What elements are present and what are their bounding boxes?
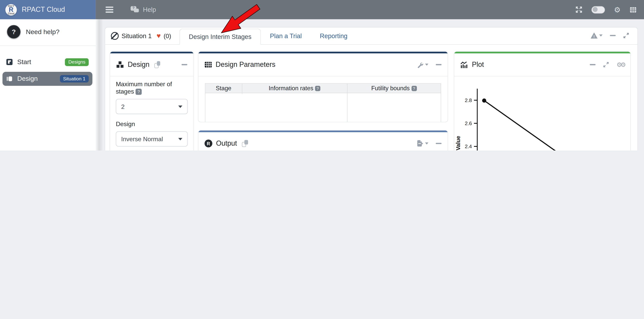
max-stages-select[interactable]: 2 xyxy=(116,99,188,114)
situation-card: Situation 1 (0) Design Interim Stages Pl… xyxy=(105,27,638,150)
cubes-icon xyxy=(116,61,124,68)
max-stages-label: Maximum number of stages xyxy=(116,80,188,95)
situation-title: Situation 1 xyxy=(122,32,152,39)
collapse-panel-button[interactable] xyxy=(436,143,442,144)
sidebar: Need help? Start Designs Design Situatio… xyxy=(0,19,96,150)
fullscreen-icon[interactable] xyxy=(576,6,582,13)
svg-text:2.8: 2.8 xyxy=(465,97,472,103)
tab-label: Plan a Trial xyxy=(270,32,302,39)
table-row: 1 0.500 -6.000 xyxy=(205,93,441,122)
situation-badge: Situation 1 xyxy=(60,75,89,82)
tab-label: Reporting xyxy=(320,32,347,39)
help-badge-icon[interactable] xyxy=(411,86,417,91)
expand-panel-icon[interactable] xyxy=(603,62,609,68)
logo-bottom-text: Cloud xyxy=(6,12,17,15)
expand-card-icon[interactable] xyxy=(623,32,629,38)
col-header-futility-bounds: Futility bounds xyxy=(347,83,441,93)
main-content: Situation 1 (0) Design Interim Stages Pl… xyxy=(104,19,644,150)
start-icon xyxy=(6,59,13,65)
futility-bound-cell[interactable]: -6.000 xyxy=(347,93,441,122)
panel-title: Design Parameters xyxy=(216,61,276,69)
chart-icon xyxy=(460,61,468,68)
sidebar-item-label: Start xyxy=(17,58,31,66)
help-bubbles-icon xyxy=(130,6,140,13)
settings-gear-icon[interactable]: ⚙ xyxy=(614,6,620,13)
svg-text:2.6: 2.6 xyxy=(465,120,472,126)
panel-title: Design xyxy=(128,61,150,69)
rpact-logo-icon: PACT R Cloud xyxy=(6,4,17,15)
tab-reporting[interactable]: Reporting xyxy=(311,27,356,44)
collapse-panel-button[interactable] xyxy=(590,64,596,65)
tab-label: Design Interim Stages xyxy=(189,33,251,40)
need-help-label: Need help? xyxy=(26,28,60,35)
dark-mode-toggle[interactable] xyxy=(591,6,605,13)
output-panel: R Output xyxy=(198,130,448,150)
table-icon xyxy=(204,62,212,68)
collapse-panel-button[interactable] xyxy=(182,64,188,65)
plot-panel: Plot ⚙⚙ 1.82.02.22.42.62.850100Samp xyxy=(454,51,631,150)
heart-icon[interactable] xyxy=(156,32,161,39)
grid-apps-icon[interactable] xyxy=(630,6,637,13)
sidebar-item-design[interactable]: Design Situation 1 xyxy=(2,72,92,86)
help-label: Help xyxy=(143,6,156,13)
help-menu[interactable]: Help xyxy=(130,6,156,13)
tools-dropdown[interactable] xyxy=(417,61,428,68)
app-title: RPACT Cloud xyxy=(22,5,65,14)
chevron-down-icon xyxy=(178,138,182,140)
card-actions xyxy=(590,32,629,38)
svg-text:2.4: 2.4 xyxy=(465,144,472,149)
panel-title: Plot xyxy=(472,61,484,69)
design-icon xyxy=(6,75,13,82)
sidebar-item-label: Design xyxy=(17,75,38,82)
export-dropdown[interactable] xyxy=(417,140,428,147)
col-header-information-rates: Information rates xyxy=(242,83,347,93)
collapse-card-button[interactable] xyxy=(610,35,616,36)
sidebar-toggle-icon[interactable] xyxy=(106,6,113,13)
sidebar-header: PACT R Cloud RPACT Cloud xyxy=(0,0,96,19)
no-entry-icon xyxy=(111,32,118,40)
svg-text:Critical Value: Critical Value xyxy=(455,136,461,150)
collapse-panel-button[interactable] xyxy=(436,64,442,65)
design-select[interactable]: Inverse Normal xyxy=(116,131,188,146)
top-navbar: Help ⚙ xyxy=(96,0,644,19)
plot-settings-gears-icon[interactable]: ⚙⚙ xyxy=(616,62,624,68)
question-mark-icon xyxy=(7,25,20,38)
warning-icon xyxy=(590,32,598,38)
chevron-down-icon xyxy=(178,106,182,108)
stage-cell: 1 xyxy=(205,93,283,122)
sidebar-item-start[interactable]: Start Designs xyxy=(2,55,92,69)
help-badge-icon[interactable] xyxy=(136,88,142,95)
content-scrollbar[interactable] xyxy=(96,19,104,150)
tab-bar: Situation 1 (0) Design Interim Stages Pl… xyxy=(105,27,638,45)
design-panel: Design Maximum number of stages 2 Design xyxy=(110,51,194,150)
design-parameters-table: Stage Information rates Futility bounds … xyxy=(205,83,441,122)
col-header-stage: Stage xyxy=(205,83,242,93)
design-label: Design xyxy=(116,120,188,128)
design-form: Maximum number of stages 2 Design Invers… xyxy=(110,76,194,150)
sidebar-divider xyxy=(0,45,96,46)
annotation-arrow-icon xyxy=(221,4,262,34)
help-badge-icon[interactable] xyxy=(315,86,320,91)
wrench-icon xyxy=(417,61,424,68)
tab-plan-a-trial[interactable]: Plan a Trial xyxy=(261,27,311,44)
designs-badge: Designs xyxy=(65,58,89,66)
copy-icon[interactable] xyxy=(154,61,161,68)
need-help-link[interactable]: Need help? xyxy=(0,19,96,44)
max-stages-value: 2 xyxy=(121,103,124,110)
design-value: Inverse Normal xyxy=(121,135,163,142)
situation-header: Situation 1 (0) xyxy=(105,27,180,44)
favorites-count: (0) xyxy=(164,32,171,39)
panel-title: Output xyxy=(216,139,237,147)
warnings-dropdown[interactable] xyxy=(590,32,602,38)
design-parameters-panel: Design Parameters xyxy=(198,51,448,122)
file-export-icon xyxy=(417,140,424,147)
r-logo-icon: R xyxy=(204,140,212,147)
plot-svg: 1.82.02.22.42.62.850100Sample SizeCritic… xyxy=(454,77,630,150)
copy-icon[interactable] xyxy=(242,140,248,147)
app-root: PACT R Cloud RPACT Cloud Help ⚙ xyxy=(0,0,644,150)
